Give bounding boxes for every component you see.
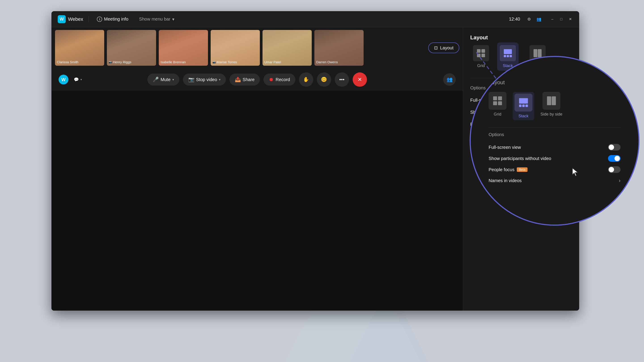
thumbnail-strip: Clarissa Smith 📷 Henry Riggs Isabelle Br… [52,27,463,68]
svg-rect-1 [482,49,485,53]
thumbnail-name-umar: Umar Patel [264,60,281,64]
close-button[interactable]: ✕ [568,16,573,22]
svg-rect-12 [493,96,497,100]
svg-rect-4 [504,49,512,54]
meeting-info-icon: ℹ [97,16,102,22]
webex-app-name: Webex [68,16,83,22]
thumbnail-henry[interactable]: 📷 Henry Riggs [107,30,156,66]
participants-panel-button[interactable]: 👥 [443,73,456,86]
svg-rect-21 [552,96,556,105]
clarissa-name-label: Clarissa Smith [57,60,78,64]
svg-rect-16 [519,98,528,103]
svg-rect-6 [507,55,509,57]
grid-layout-option[interactable]: Grid [470,42,492,71]
zoom-people-focus-toggle[interactable] [608,166,620,173]
control-right-group: 👥 [443,73,456,86]
emoji-button[interactable]: 😊 [317,72,331,87]
svg-rect-18 [522,105,525,107]
record-button[interactable]: ⏺ Record [264,73,295,86]
zoom-grid-icon [488,92,506,110]
zoom-stack-label: Stack [518,114,528,118]
zoom-people-focus-knob [609,167,614,172]
thumbnail-isabelle[interactable]: Isabelle Brennan [159,30,208,66]
webex-small-logo: W [58,75,68,84]
svg-rect-9 [538,49,542,57]
mute-button[interactable]: 🎤 Mute ▾ [147,73,179,86]
mute-icon: 🎤 [153,77,159,82]
participants-icon[interactable]: 👥 [535,16,542,23]
maximize-button[interactable]: □ [558,16,564,22]
layout-panel-title: Layout [470,34,572,41]
stop-video-chevron-icon: ▾ [219,78,220,81]
thumbnail-name-marise: 📷 Marise Torres [212,60,237,64]
svg-rect-13 [498,96,502,100]
record-label: Record [276,77,290,82]
mute-label: Mute [160,77,170,82]
layout-icon: ⊡ [434,45,438,50]
end-call-button[interactable]: ✕ [353,72,367,87]
video-off-icon-henry: 📷 [109,60,112,64]
umar-name-label: Umar Patel [264,60,281,64]
show-menu-bar-button[interactable]: Show menu bar ▾ [136,15,177,23]
chat-chevron: ▾ [80,78,82,81]
svg-rect-0 [477,49,480,53]
stack-layout-icon [500,45,516,61]
record-icon: ⏺ [269,77,274,82]
marise-name-label: Marise Torres [217,60,237,64]
reactions-button[interactable]: ✋ [299,72,313,87]
thumbnail-clarissa[interactable]: Clarissa Smith [55,30,104,66]
chevron-down-icon: ▾ [172,16,174,22]
zoom-participants-label: Show participants without video [488,156,551,161]
share-button[interactable]: 📤 Share [230,73,260,86]
svg-rect-3 [482,54,485,57]
meeting-info-label: Meeting info [104,16,128,22]
zoom-grid-label: Grid [494,112,501,117]
chat-icon: 💬 [74,77,79,82]
show-menu-bar-label: Show menu bar [139,16,170,22]
webex-logo-icon: W [58,15,66,23]
thumbnail-name-isabelle: Isabelle Brennan [160,60,186,64]
settings-icon[interactable]: ⚙ [526,16,533,23]
zoom-participants-toggle[interactable] [608,155,620,162]
zoom-separator [488,127,620,128]
minimize-button[interactable]: – [550,16,555,22]
thumbnail-umar[interactable]: Umar Patel [262,30,312,66]
thumbnail-marise[interactable]: 📷 Marise Torres [211,30,260,66]
svg-rect-15 [498,101,502,105]
svg-rect-7 [510,55,512,57]
thumbnail-name-clarissa: Clarissa Smith [57,60,78,64]
more-button[interactable]: ••• [335,72,349,87]
zoom-people-focus-row: People focus Beta [488,164,620,175]
svg-rect-2 [477,54,480,57]
darren-name-label: Darren Owens [316,60,338,64]
window-controls: – □ ✕ [550,16,573,22]
svg-rect-14 [493,101,497,105]
zoom-side-by-side-icon [542,92,560,110]
title-divider [88,16,89,22]
stop-video-button[interactable]: 📷 Stop video ▾ [183,73,226,86]
meeting-info-button[interactable]: ℹ Meeting info [94,15,131,23]
video-off-icon-marise: 📷 [212,60,216,64]
zoom-panel-title: Layout [488,79,620,86]
zoom-stack-option[interactable]: Stack [513,92,534,120]
grid-layout-icon [473,45,489,61]
zoom-side-by-side-option[interactable]: Side by side [540,92,562,120]
zoom-stack-icon [514,94,532,111]
zoom-names-in-videos-row[interactable]: Names in videos › [488,175,620,186]
thumbnail-name-darren: Darren Owens [316,60,338,64]
thumbnail-darren[interactable]: Darren Owens [314,30,364,66]
zoom-options-title: Options [488,132,620,137]
zoom-circle-overlay: Layout Grid [470,56,640,226]
video-area: Clarissa Smith 📷 Henry Riggs Isabelle Br… [52,27,463,311]
webex-logo: W Webex [58,15,83,23]
svg-rect-20 [547,96,551,105]
layout-label: Layout [440,45,454,50]
share-icon: 📤 [235,77,241,82]
zoom-grid-option[interactable]: Grid [488,92,506,120]
stop-video-icon: 📷 [188,77,194,82]
bottom-controls: W 💬 ▾ 🎤 Mute ▾ 📷 Stop video ▾ [52,68,463,91]
chat-button[interactable]: 💬 ▾ [74,77,82,82]
zoom-names-in-videos-label: Names in videos [488,178,522,183]
zoom-fullscreen-toggle[interactable] [608,144,620,151]
layout-button[interactable]: ⊡ Layout [428,42,459,53]
